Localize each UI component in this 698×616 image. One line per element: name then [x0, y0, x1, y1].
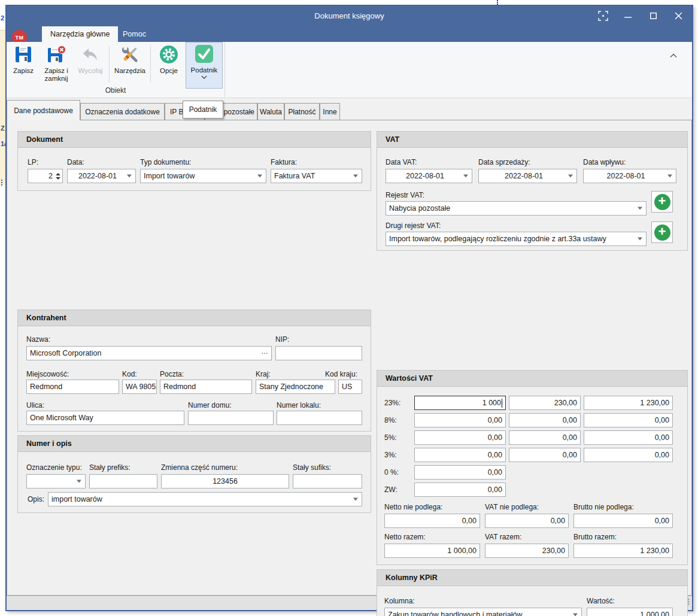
rejestr-vat-select[interactable]: Nabycia pozostałe — [386, 201, 647, 216]
vat5-netto-input[interactable]: 0,00 — [414, 430, 506, 445]
check-icon — [194, 44, 214, 64]
section-header: VAT — [377, 132, 687, 148]
kpir-kolumna-1-select[interactable]: Zakup towarów handlowych i materiałów — [384, 608, 582, 616]
opis-select[interactable]: import towarów — [48, 492, 362, 506]
typ-dokumentu-select[interactable]: Import towarów — [140, 169, 266, 183]
section-header: Dokument — [18, 132, 371, 148]
minimize-button[interactable] — [615, 6, 641, 26]
add-rejestr-button[interactable]: + — [651, 191, 673, 213]
vat23-brutto-input[interactable]: 1 230,00 — [584, 396, 673, 410]
poczta-input[interactable]: Redmond — [160, 380, 252, 394]
nip-input[interactable] — [275, 346, 362, 360]
miejscowosc-input[interactable]: Redmond — [26, 380, 119, 394]
capture-icon[interactable] — [590, 6, 615, 26]
title-bar[interactable]: Dokument księgowy — [7, 6, 692, 26]
minimize-icon — [624, 13, 632, 20]
tab-dane-podstawowe[interactable]: Dane podstawowe — [7, 100, 80, 120]
close-button[interactable] — [666, 6, 691, 26]
background-window-sliver: 2 Z 1a — [0, 0, 5, 616]
vat-nie-podlega-input[interactable]: 0,00 — [485, 514, 569, 528]
dropdown-arrow-icon — [127, 175, 132, 178]
oznaczenie-typu-select[interactable] — [26, 474, 86, 488]
tab-platnosc[interactable]: Płatność — [284, 103, 320, 120]
section-dokument: Dokument LP: Data: Typ dokumentu: Faktur… — [17, 131, 371, 191]
maximize-button[interactable] — [641, 6, 666, 26]
close-icon — [675, 12, 682, 20]
zmienna-czesc-input[interactable]: 123456 — [161, 474, 289, 488]
vat3-brutto-input[interactable]: 0,00 — [584, 448, 673, 462]
vat5-vat-input[interactable]: 0,00 — [509, 430, 581, 445]
options-button[interactable]: Opcje — [152, 43, 186, 75]
undo-icon — [80, 44, 101, 65]
window-title: Dokument księgowy — [7, 6, 692, 26]
faktura-select[interactable]: Faktura VAT — [271, 169, 362, 183]
browse-button[interactable]: … — [261, 347, 268, 356]
nazwa-input[interactable]: Microsoft Corporation … — [26, 346, 272, 360]
kraj-input[interactable]: Stany Zjednoczone — [256, 380, 335, 394]
section-numer-i-opis: Numer i opis Oznaczenie typu: Stały pref… — [17, 435, 371, 513]
spinner[interactable] — [56, 169, 60, 183]
dropdown-arrow-icon — [638, 238, 642, 241]
ribbon-toolbar: Zapisz Zapisz izamknij — [7, 42, 692, 98]
drugi-rejestr-vat-select[interactable]: Import towarów, podlegający rozliczeniu … — [386, 232, 647, 246]
add-drugi-rejestr-button[interactable]: + — [651, 221, 673, 243]
section-header: Numer i opis — [18, 436, 371, 452]
kod-kraju-input[interactable]: US — [338, 380, 362, 394]
section-wartosci-vat: Wartości VAT 23%: 1 000 230,00 1 230,00 … — [377, 370, 688, 565]
ribbon-collapse-button[interactable] — [666, 51, 681, 60]
vat0-netto-input[interactable]: 0,00 — [414, 465, 506, 480]
data-wplywu-select[interactable]: 2022-08-01 — [583, 169, 676, 183]
section-header: Wartości VAT — [377, 371, 687, 387]
kpir-wartosc-1-input[interactable]: 1 000,00 — [587, 608, 673, 616]
lp-input[interactable]: 2 — [28, 169, 63, 183]
save-and-close-button[interactable]: Zapisz izamknij — [40, 43, 73, 83]
netto-razem-input[interactable]: 1 000,00 — [384, 544, 480, 558]
brutto-nie-podlega-input[interactable]: 0,00 — [573, 514, 673, 528]
background-dotted-line — [497, 0, 498, 5]
vat23-vat-input[interactable]: 230,00 — [509, 396, 581, 410]
tab-waluta[interactable]: Waluta — [257, 103, 284, 120]
tools-icon — [120, 44, 140, 65]
netto-nie-podlega-input[interactable]: 0,00 — [384, 514, 480, 528]
toolbar-separator — [150, 45, 151, 83]
vat3-vat-input[interactable]: 0,00 — [509, 448, 581, 462]
vat8-netto-input[interactable]: 0,00 — [414, 413, 506, 427]
staly-sufiks-input[interactable] — [293, 474, 362, 488]
vat5-brutto-input[interactable]: 0,00 — [584, 430, 673, 445]
vat23-netto-input[interactable]: 1 000 — [414, 396, 506, 410]
ribbon-tab-main[interactable]: Narzędzia główne — [42, 26, 118, 42]
group-separator — [224, 42, 225, 97]
brutto-razem-input[interactable]: 1 230,00 — [573, 544, 673, 558]
vat8-brutto-input[interactable]: 0,00 — [584, 413, 673, 427]
vat-razem-input[interactable]: 230,00 — [485, 544, 569, 558]
tooltip: Podatnik — [183, 101, 223, 119]
vat3-netto-input[interactable]: 0,00 — [414, 448, 506, 462]
numer-lokalu-input[interactable] — [277, 411, 362, 425]
data-vat-select[interactable]: 2022-08-01 — [386, 169, 472, 183]
ribbon-tab-help[interactable]: Pomoc — [114, 26, 154, 42]
staly-prefiks-input[interactable] — [89, 474, 157, 488]
save-button[interactable]: Zapisz — [8, 43, 38, 75]
data-sprzedazy-select[interactable]: 2022-08-01 — [478, 169, 577, 183]
chevron-up-icon — [670, 53, 677, 58]
section-header: Kolumny KPiR — [377, 570, 687, 586]
save-icon — [13, 44, 34, 65]
dropdown-arrow-icon — [257, 175, 262, 178]
tools-button[interactable]: Narzędzia — [111, 43, 149, 75]
section-kontrahent: Kontrahent Nazwa: NIP: Microsoft Corpora… — [17, 309, 371, 432]
tab-inne[interactable]: Inne — [320, 103, 340, 120]
tab-oznaczenia-dodatkowe[interactable]: Oznaczenia dodatkowe — [80, 103, 165, 120]
kod-input[interactable]: WA 98052 — [122, 380, 157, 394]
dropdown-arrow-icon — [353, 175, 358, 178]
vat8-vat-input[interactable]: 0,00 — [509, 413, 581, 427]
text-caret — [502, 399, 503, 408]
section-header: Kontrahent — [18, 310, 371, 326]
numer-domu-input[interactable] — [188, 411, 274, 425]
ulica-input[interactable]: One Microsoft Way — [26, 411, 184, 425]
data-select[interactable]: 2022-08-01 — [67, 169, 136, 183]
taxpayer-button[interactable]: Podatnik — [186, 42, 223, 89]
gear-icon — [159, 44, 179, 65]
capture-icon-glyph — [598, 11, 608, 21]
dropdown-arrow-icon — [573, 614, 578, 616]
zw-netto-input[interactable]: 0,00 — [414, 483, 506, 497]
